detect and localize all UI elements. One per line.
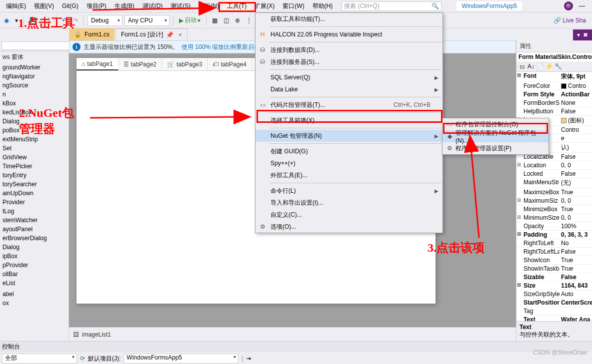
property-row[interactable]: HelpButtonFalse bbox=[516, 107, 592, 116]
live-share[interactable]: 🔗 Live Sha bbox=[554, 17, 590, 24]
toolbox-category[interactable]: ws 窗体 bbox=[0, 51, 68, 63]
tools-menu-item[interactable]: 自定义(C)... bbox=[256, 209, 442, 221]
menu-window[interactable]: 窗口(W) bbox=[278, 0, 308, 12]
tray-item[interactable]: imageList1 bbox=[82, 331, 111, 338]
toolbox-item[interactable]: TimePicker bbox=[0, 162, 68, 171]
tools-menu-item[interactable]: NuGet 包管理器(N)▶ bbox=[256, 130, 442, 142]
toolbox-item[interactable]: tLog bbox=[0, 207, 68, 216]
menu-git[interactable]: Git(G) bbox=[58, 1, 82, 11]
toolbox-item[interactable]: eList bbox=[0, 279, 68, 288]
toolbox-item[interactable]: ainUpDown bbox=[0, 189, 68, 198]
property-row[interactable]: Opacity100% bbox=[516, 222, 592, 231]
form-tab-4[interactable]: 🏷tabPage4 bbox=[208, 58, 252, 70]
refresh-icon[interactable]: ⟳ bbox=[80, 355, 85, 362]
config-dropdown[interactable]: Debug bbox=[88, 15, 122, 26]
property-row[interactable]: Form StyleActionBar bbox=[516, 90, 592, 99]
close-icon[interactable]: × bbox=[178, 31, 182, 38]
tools-menu-item[interactable]: ⛁连接到数据库(D)... bbox=[256, 44, 442, 56]
tools-menu-item[interactable]: HHALCON 22.05 Progress Variable Inspect bbox=[256, 28, 442, 40]
property-row[interactable]: ShowInTaskbaTrue bbox=[516, 265, 592, 273]
restart-100-link[interactable]: 使用 100% 缩放比例重新启动 bbox=[182, 43, 260, 51]
tab-form1-cs[interactable]: 🔒Form1.cs bbox=[69, 28, 114, 40]
toolbox-item[interactable]: torySearcher bbox=[0, 180, 68, 189]
tools-menu-item[interactable]: ⛁连接到服务器(S)... bbox=[256, 56, 442, 68]
tools-menu-item[interactable]: SQL Server(Q)▶ bbox=[256, 71, 442, 83]
tool-icon-2[interactable]: ◫ bbox=[222, 16, 231, 25]
toolbox-item[interactable]: ayoutPanel bbox=[0, 225, 68, 234]
indent-icon[interactable]: ⇥ bbox=[246, 355, 251, 362]
property-row[interactable]: MaximizeBoxTrue bbox=[516, 188, 592, 197]
props-icon[interactable]: 📄 bbox=[536, 62, 544, 70]
alpha-icon[interactable]: A↓ bbox=[527, 62, 535, 70]
property-row[interactable]: MinimumSize0, 0 bbox=[516, 214, 592, 222]
toolbox-item[interactable]: ox bbox=[0, 299, 68, 308]
toolbox-item[interactable]: ngSource bbox=[0, 81, 68, 90]
package-source-dropdown[interactable]: 全部 bbox=[2, 354, 77, 364]
tools-menu-item[interactable]: Spy++(+) bbox=[256, 157, 442, 169]
property-row[interactable]: TextWafer Ana bbox=[516, 316, 592, 321]
toolbox-item[interactable]: Dialog bbox=[0, 243, 68, 252]
tool-icon-3[interactable]: ⊕ bbox=[233, 16, 242, 25]
property-row[interactable]: Padding0, 36, 3, 3 bbox=[516, 231, 592, 239]
tab-form1-design[interactable]: Form1.cs [设计]📌× bbox=[116, 28, 188, 40]
toolbox-item[interactable]: abel bbox=[0, 290, 68, 299]
property-row[interactable]: MainMenuStr(无) bbox=[516, 178, 592, 188]
console-title-bar[interactable]: 控制台 bbox=[0, 341, 592, 352]
nav-back-icon[interactable]: ◉ bbox=[2, 16, 11, 25]
property-row[interactable]: SizeGripStyleAuto bbox=[516, 290, 592, 299]
tools-menu-item[interactable]: 创建 GUID(G) bbox=[256, 145, 442, 157]
global-search[interactable]: 搜索 (Ctrl+Q) 🔍 bbox=[342, 1, 442, 11]
menu-view[interactable]: 视图(V) bbox=[30, 0, 58, 12]
property-row[interactable]: RightToLeftLaFalse bbox=[516, 248, 592, 256]
tools-menu-item[interactable]: ▭代码片段管理器(T)...Ctrl+K, Ctrl+B bbox=[256, 99, 442, 111]
tools-menu-item[interactable]: Data Lake▶ bbox=[256, 83, 442, 95]
platform-dropdown[interactable]: Any CPU bbox=[124, 15, 170, 26]
tool-icon-1[interactable]: ▦ bbox=[210, 16, 220, 25]
property-row[interactable]: ForeColorContro bbox=[516, 82, 592, 90]
start-button[interactable]: ▶ 启动 ▾ bbox=[177, 15, 202, 25]
wrench-icon[interactable]: 🔧 bbox=[554, 62, 562, 70]
property-row[interactable]: Font宋体, 9pt bbox=[516, 72, 592, 82]
toolbox-list[interactable]: groundWorkerngNavigatorngSourcenkBoxkedL… bbox=[0, 63, 68, 308]
form-tab-3[interactable]: 🛒tabPage3 bbox=[162, 58, 208, 70]
menu-project[interactable]: 项目(P) bbox=[82, 0, 110, 12]
default-project-dropdown[interactable]: WindowsFormsApp5 bbox=[124, 354, 238, 364]
toolbox-item[interactable]: GridView bbox=[0, 153, 68, 162]
categorize-icon[interactable]: ⚏ bbox=[518, 62, 526, 70]
nuget-menu-item[interactable]: ⚙程序包管理器设置(P) bbox=[442, 142, 548, 154]
menu-help[interactable]: 帮助(H) bbox=[308, 0, 337, 12]
doc-tab-options[interactable]: ▾✖ bbox=[573, 29, 592, 40]
toolbox-item[interactable]: Set bbox=[0, 144, 68, 153]
gear-icon[interactable]: ✖ bbox=[583, 31, 588, 38]
events-icon[interactable]: ⚡ bbox=[545, 62, 553, 70]
tools-menu-item[interactable]: 命令行(L)▶ bbox=[256, 185, 442, 197]
minimize-icon[interactable]: — bbox=[579, 2, 585, 9]
property-row[interactable]: StartPositionCenterScre bbox=[516, 299, 592, 307]
tool-icon-4[interactable]: ⋮ bbox=[244, 16, 254, 25]
selected-object[interactable]: Form MaterialSkin.Contro bbox=[516, 52, 592, 61]
form-tab-1[interactable]: ⌂tabPage1 bbox=[76, 58, 118, 70]
property-row[interactable]: SizableFalse bbox=[516, 273, 592, 282]
form-tab-2[interactable]: ☰tabPage2 bbox=[118, 58, 162, 70]
toolbox-item[interactable]: pProvider bbox=[0, 261, 68, 270]
property-row[interactable]: FormBorderSNone bbox=[516, 99, 592, 107]
toolbox-search[interactable] bbox=[2, 41, 74, 50]
tools-menu-item[interactable]: 导入和导出设置(I)... bbox=[256, 197, 442, 209]
menu-edit[interactable]: 编辑(E) bbox=[2, 0, 30, 12]
property-row[interactable]: ShowIconTrue bbox=[516, 256, 592, 265]
toolbox-item[interactable]: ipBox bbox=[0, 252, 68, 261]
toolbox-item[interactable]: toryEntry bbox=[0, 171, 68, 180]
property-row[interactable]: Size1164, 843 bbox=[516, 282, 592, 290]
property-row[interactable]: MaximumSiz0, 0 bbox=[516, 197, 592, 205]
component-tray[interactable]: 🖼 imageList1 bbox=[69, 327, 516, 341]
menu-build[interactable]: 生成(B) bbox=[110, 0, 138, 12]
property-row[interactable]: MinimizeBoxTrue bbox=[516, 205, 592, 214]
toolbox-item[interactable]: erBrowserDialog bbox=[0, 234, 68, 243]
property-row[interactable]: RightToLeftNo bbox=[516, 239, 592, 248]
toolbox-item[interactable]: ngNavigator bbox=[0, 72, 68, 81]
property-row[interactable]: Location0, 0 bbox=[516, 161, 592, 170]
toolbox-item[interactable]: ollBar bbox=[0, 270, 68, 279]
toolbox-item[interactable]: n bbox=[0, 90, 68, 99]
tools-menu-item[interactable]: 获取工具和功能(T)... bbox=[256, 13, 442, 25]
menu-debug[interactable]: 调试(D) bbox=[138, 0, 167, 12]
